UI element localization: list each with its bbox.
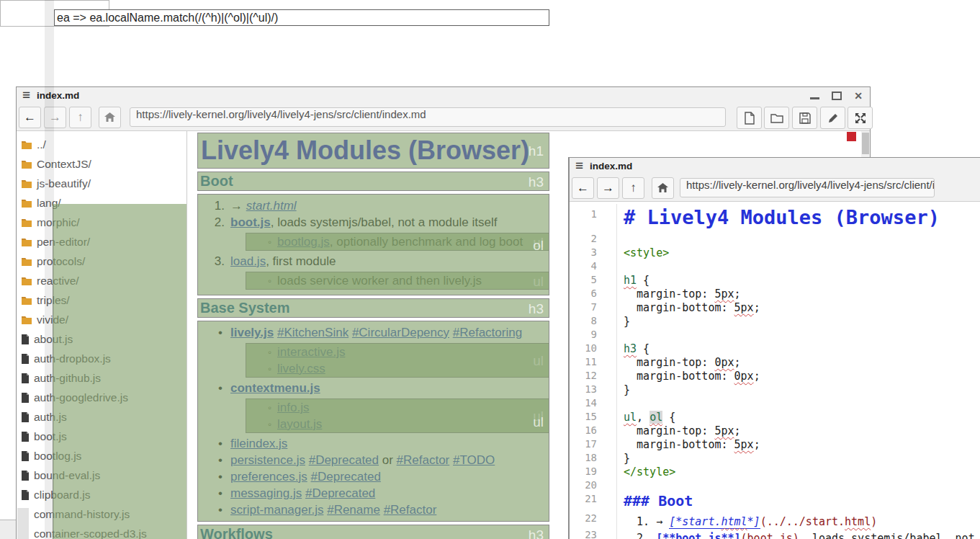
line-number: 21 bbox=[570, 492, 616, 504]
file-name: auth-github.js bbox=[34, 372, 101, 385]
md-link[interactable]: lively.css bbox=[277, 362, 325, 375]
back-button[interactable]: ← bbox=[572, 177, 594, 199]
md-list-item: ◦interactive.js bbox=[246, 344, 549, 360]
md-link[interactable]: interactive.js bbox=[277, 345, 345, 359]
scrollbar-thumb[interactable] bbox=[862, 133, 869, 154]
line-content: # Lively4 Modules (Browser) bbox=[616, 206, 940, 232]
line-number: 6 bbox=[570, 287, 616, 299]
md-nested-list: ◦loads service worker and then lively.js… bbox=[246, 272, 549, 290]
md-text: , optionally benchmark and log boot bbox=[330, 235, 523, 249]
element-filter-input[interactable] bbox=[54, 9, 549, 26]
code-token: ; bbox=[734, 356, 741, 369]
md-link[interactable]: start.html bbox=[246, 199, 297, 213]
line-content: margin-bottom: 5px; bbox=[616, 438, 760, 451]
code-token: { bbox=[662, 411, 675, 424]
line-number: 2 bbox=[570, 232, 616, 244]
code-token: ### Boot bbox=[624, 492, 693, 509]
list-marker: • bbox=[215, 452, 226, 468]
home-button[interactable] bbox=[99, 107, 121, 128]
md-link[interactable]: #Rename bbox=[327, 503, 380, 517]
sidebar-scroll-stub[interactable] bbox=[17, 508, 29, 539]
md-link[interactable]: preferences.js bbox=[230, 470, 307, 484]
line-number: 11 bbox=[570, 355, 616, 368]
code-token: 5px bbox=[734, 301, 754, 314]
md-link[interactable]: script-manager.js bbox=[230, 503, 323, 517]
line-content: h3 { bbox=[616, 342, 649, 355]
md-link[interactable]: #KitchenSink bbox=[277, 326, 349, 339]
md-link[interactable]: persistence.js bbox=[230, 453, 305, 467]
window-title: index.md bbox=[590, 161, 632, 172]
md-link[interactable]: #CircularDepency bbox=[352, 326, 449, 339]
forward-button[interactable]: → bbox=[597, 177, 619, 199]
folder-icon bbox=[21, 237, 32, 247]
line-content: 2. [**boot.js**](boot.js), loads systemj… bbox=[616, 532, 975, 539]
code-line: 9 bbox=[570, 328, 980, 342]
md-link[interactable]: #Deprecated bbox=[309, 453, 379, 467]
md-link[interactable]: layout.js bbox=[277, 417, 322, 431]
menu-icon[interactable]: ≡ bbox=[22, 88, 30, 102]
folder-icon bbox=[21, 295, 32, 306]
md-link[interactable]: info.js bbox=[277, 401, 309, 414]
pencil-icon bbox=[827, 112, 839, 124]
up-button[interactable]: ↑ bbox=[622, 177, 644, 199]
file-name: clipboard.js bbox=[34, 489, 90, 502]
md-list-item: ◦bootlog.js, optionally benchmark and lo… bbox=[246, 233, 549, 250]
url-input[interactable]: https://lively-kernel.org/lively4/lively… bbox=[680, 178, 935, 197]
expand-button[interactable] bbox=[848, 107, 873, 129]
line-number: 19 bbox=[570, 465, 616, 477]
markdown-source-editor[interactable]: 1# Lively4 Modules (Browser)23<style>45h… bbox=[570, 204, 980, 539]
line-content: ### Boot bbox=[616, 492, 693, 512]
md-link[interactable]: lively.js bbox=[230, 326, 274, 339]
md-link[interactable]: fileindex.js bbox=[230, 437, 287, 450]
code-token: 5px bbox=[714, 424, 734, 437]
md-link[interactable]: contextmenu.js bbox=[230, 381, 320, 395]
md-link[interactable]: boot.js bbox=[230, 215, 271, 229]
home-button[interactable] bbox=[652, 177, 674, 199]
md-list-item: 2.boot.js, loads systemjs/babel, not a m… bbox=[197, 214, 549, 231]
home-icon bbox=[657, 182, 669, 193]
left-titlebar[interactable]: ≡ index.md ✕ bbox=[17, 87, 870, 104]
close-icon[interactable]: ✕ bbox=[854, 91, 863, 101]
edit-button[interactable] bbox=[820, 107, 845, 129]
md-link[interactable]: #Deprecated bbox=[305, 486, 375, 500]
code-token: ; bbox=[734, 288, 741, 300]
md-list-ol: 1.→ start.html2.boot.js, loads systemjs/… bbox=[197, 194, 549, 295]
md-link[interactable]: #Refactor bbox=[384, 503, 437, 517]
line-number: 23 bbox=[570, 528, 616, 539]
url-input[interactable]: https://lively-kernel.org/lively4/lively… bbox=[130, 107, 726, 127]
md-link[interactable]: #TODO bbox=[453, 453, 495, 467]
back-button[interactable]: ← bbox=[19, 107, 41, 128]
line-content: margin-top: 0px; bbox=[616, 356, 741, 369]
file-name: bound-eval.js bbox=[34, 469, 100, 482]
list-marker: • bbox=[215, 380, 226, 396]
right-titlebar[interactable]: ≡ index.md bbox=[570, 158, 980, 174]
md-link[interactable]: messaging.js bbox=[230, 486, 302, 500]
code-line: 13} bbox=[570, 383, 980, 396]
md-link[interactable]: bootlog.js bbox=[277, 235, 330, 249]
open-folder-button[interactable] bbox=[764, 107, 789, 129]
md-list-item: •lively.js #KitchenSink #CircularDepency… bbox=[197, 324, 549, 341]
new-file-button[interactable] bbox=[737, 107, 762, 129]
md-link[interactable]: #Refactor bbox=[397, 453, 450, 467]
menu-icon[interactable]: ≡ bbox=[575, 159, 583, 172]
heading-text: Lively4 Modules (Browser) bbox=[197, 133, 549, 169]
folder-icon bbox=[21, 140, 32, 150]
code-token: margin-top: bbox=[624, 356, 714, 369]
save-button[interactable] bbox=[792, 107, 817, 129]
code-token: (../../start. bbox=[760, 515, 845, 528]
md-link[interactable]: load.js bbox=[230, 254, 266, 268]
folder-icon bbox=[21, 159, 32, 169]
md-link[interactable]: #Deprecated bbox=[311, 470, 381, 484]
vertical-scrollbar[interactable] bbox=[861, 131, 870, 160]
maximize-icon[interactable] bbox=[832, 92, 842, 100]
md-heading-h3: Booth3 bbox=[197, 172, 549, 191]
line-number: 1 bbox=[570, 208, 616, 220]
code-token: js bbox=[780, 532, 793, 539]
md-link[interactable]: #Refactoring bbox=[453, 326, 522, 339]
list-marker: ◦ bbox=[257, 233, 271, 250]
code-token: /babel, not bbox=[903, 532, 974, 539]
list-marker: • bbox=[215, 485, 226, 502]
minimize-icon[interactable] bbox=[810, 97, 819, 99]
up-button[interactable]: ↑ bbox=[69, 107, 91, 128]
line-number: 13 bbox=[570, 383, 616, 395]
